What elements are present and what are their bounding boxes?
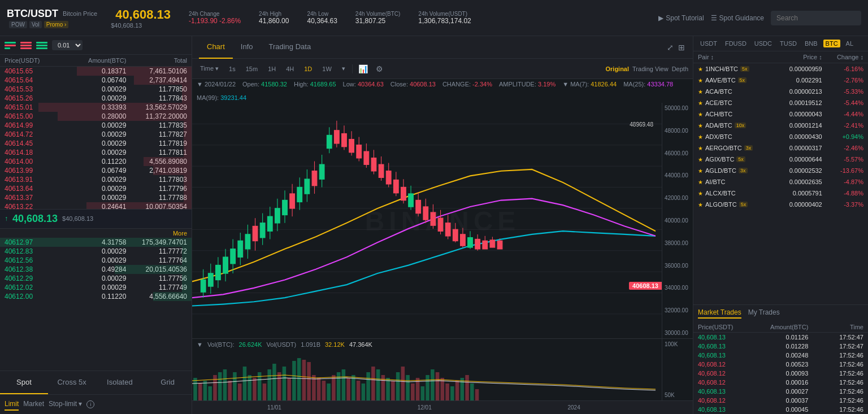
svg-rect-63: [393, 180, 398, 193]
time-btn-15m[interactable]: 15m: [242, 64, 261, 73]
table-row[interactable]: 40612.000.112204,556.66640: [0, 292, 192, 301]
time-btn-1w[interactable]: 1W: [319, 64, 335, 73]
depth-selector[interactable]: 0.01 0.1 1: [52, 40, 83, 50]
chart-info-bar: ▼ 2024/01/22 Open: 41580.32 High: 41689.…: [192, 79, 693, 103]
chart-settings-icon[interactable]: ⚙: [374, 63, 385, 75]
filter-btc[interactable]: BTC: [823, 40, 840, 47]
ob-view-sell-icon[interactable]: [20, 40, 32, 51]
tab-trading-data[interactable]: Trading Data: [261, 36, 319, 59]
table-row[interactable]: 40614.450.0002911.77819: [0, 139, 192, 148]
svg-rect-134: [401, 367, 405, 400]
pair-row-adx[interactable]: ★ADX/BTC 0.00000430 +0.94%: [693, 131, 868, 142]
tab-limit[interactable]: Limit: [5, 398, 19, 411]
tab-isolated[interactable]: Isolated: [96, 371, 144, 394]
cib-change: CHANGE: -2.34%: [442, 81, 492, 88]
table-row[interactable]: 40612.974.31758175,349.74701: [0, 238, 192, 247]
table-row[interactable]: 40612.380.4928420,015.40536: [0, 265, 192, 274]
tab-spot[interactable]: Spot: [0, 371, 48, 394]
stat-high-label: 24h High: [259, 11, 289, 17]
vol-level-50k: 50K: [665, 392, 691, 398]
svg-rect-126: [362, 384, 366, 400]
table-row[interactable]: 40612.020.0002911.77749: [0, 283, 192, 292]
svg-rect-31: [275, 208, 280, 223]
table-row[interactable]: 40613.220.2464110,007.50354: [0, 202, 192, 209]
time-btn-1s[interactable]: 1s: [225, 64, 239, 73]
filter-usdc[interactable]: USDC: [752, 40, 774, 47]
time-btn-more[interactable]: ▾: [338, 64, 349, 73]
trades-header: Price(USDT) Amount(BTC) Time: [693, 322, 868, 333]
trades-col-time: Time: [808, 324, 863, 330]
pair-row-agix[interactable]: ★AGIX/BTC5x 0.00000644 -5.57%: [693, 154, 868, 165]
svg-rect-122: [342, 369, 346, 400]
pair-row-algo[interactable]: ★ALGO/BTC5x 0.00000402 -3.37%: [693, 199, 868, 210]
tab-info[interactable]: Info: [233, 36, 261, 59]
filter-bnb[interactable]: BNB: [802, 40, 820, 47]
pair-row-ach[interactable]: ★ACH/BTC 0.00000043 -4.44%: [693, 108, 868, 120]
tab-my-trades[interactable]: My Trades: [748, 308, 780, 319]
table-row[interactable]: 40615.650.183717,461.50106: [0, 67, 192, 76]
time-btn-4h[interactable]: 4H: [283, 64, 297, 73]
table-row[interactable]: 40613.370.0002911.77788: [0, 193, 192, 202]
pair-row-1inch[interactable]: ★1INCH/BTC5x 0.00000959 -6.16%: [693, 63, 868, 75]
filter-tusd[interactable]: TUSD: [778, 40, 799, 47]
pair-row-agld[interactable]: ★AGLD/BTC3x 0.00002532 -13.67%: [693, 165, 868, 176]
ob-view-buy-icon[interactable]: [36, 40, 47, 51]
table-row[interactable]: 40614.000.112204,556.89080: [0, 157, 192, 166]
order-info-icon[interactable]: i: [86, 400, 94, 408]
depth-btn[interactable]: Depth: [672, 66, 688, 72]
filter-al[interactable]: AL: [844, 40, 856, 47]
table-row[interactable]: 40615.530.0002911.77850: [0, 85, 192, 94]
ob-view-all-icon[interactable]: [5, 40, 16, 51]
trading-view-btn[interactable]: Trading View: [632, 66, 669, 72]
chart-type-icon[interactable]: 📊: [356, 63, 370, 75]
expand-icon[interactable]: ⤢: [666, 43, 675, 52]
tab-market[interactable]: Market: [23, 398, 44, 411]
pair-row-ai[interactable]: ★AI/BTC 0.00002635 -4.87%: [693, 176, 868, 188]
table-row[interactable]: 40613.640.0002911.77796: [0, 184, 192, 193]
spot-tutorial-btn[interactable]: ▶ Spot Tutorial: [658, 14, 704, 22]
search-input[interactable]: [771, 11, 861, 25]
original-btn[interactable]: Original: [605, 66, 629, 72]
vol-collapse-btn[interactable]: ▼: [197, 341, 203, 348]
table-row[interactable]: 40612.560.0002911.77764: [0, 256, 192, 265]
pair-row-aergo[interactable]: ★AERGO/BTC3x 0.00000317 -2.46%: [693, 142, 868, 154]
table-row[interactable]: 40615.640.067402,737.49414: [0, 76, 192, 85]
tab-stop-limit[interactable]: Stop-limit ▾: [49, 398, 82, 411]
pair-row-aave[interactable]: ★AAVE/BTC5x 0.002291 -2.76%: [693, 75, 868, 86]
pair-row-ada[interactable]: ★ADA/BTC10x 0.00001214 -2.41%: [693, 120, 868, 131]
table-row[interactable]: 40615.260.0002911.77843: [0, 94, 192, 103]
table-row[interactable]: 40612.290.0002911.77756: [0, 274, 192, 283]
pair-row-alcx[interactable]: ★ALCX/BTC 0.0005791 -4.88%: [693, 188, 868, 199]
table-row[interactable]: 40613.910.0002911.77803: [0, 175, 192, 184]
vol-v2: 47.364K: [349, 341, 372, 348]
table-row[interactable]: 40615.000.2800011,372.20000: [0, 112, 192, 121]
filter-usdt[interactable]: USDT: [698, 40, 719, 47]
table-row[interactable]: 40614.720.0002911.77827: [0, 130, 192, 139]
stat-vol-btc-value: 31,807.25: [355, 17, 400, 25]
time-btn-1d[interactable]: 1D: [301, 64, 315, 73]
table-row[interactable]: 40614.990.0002911.77835: [0, 121, 192, 130]
table-row[interactable]: 40615.010.3339313,562.57029: [0, 103, 192, 112]
table-row[interactable]: 40612.830.0002911.77772: [0, 247, 192, 256]
table-row[interactable]: 40614.180.0002911.77811: [0, 148, 192, 157]
svg-rect-81: [461, 234, 466, 246]
svg-rect-61: [386, 171, 391, 184]
more-button[interactable]: More: [0, 229, 192, 238]
time-btn-time[interactable]: Time ▾: [197, 64, 222, 73]
orderbook-buy-rows: More 40612.974.31758175,349.74701 40612.…: [0, 229, 192, 371]
grid-icon[interactable]: ⊞: [677, 43, 686, 52]
list-item: 40,608.130.0122817:52:47: [693, 342, 868, 351]
svg-rect-103: [248, 375, 251, 400]
tab-market-trades[interactable]: Market Trades: [698, 308, 741, 319]
tab-chart[interactable]: Chart: [199, 36, 233, 59]
ob-col-amount: Amount(BTC): [66, 57, 127, 64]
pair-row-aca[interactable]: ★ACA/BTC 0.00000213 -5.33%: [693, 86, 868, 97]
filter-fdusd[interactable]: FDUSD: [723, 40, 749, 47]
spot-guidance-btn[interactable]: ☰ Spot Guidance: [711, 14, 764, 22]
tab-grid[interactable]: Grid: [144, 371, 192, 394]
pair-row-ace[interactable]: ★ACE/BTC 0.00019512 -5.44%: [693, 97, 868, 108]
tab-cross[interactable]: Cross 5x: [48, 371, 96, 394]
table-row[interactable]: 40613.990.067492,741.03819: [0, 166, 192, 175]
trades-col-amount: Amount(BTC): [753, 324, 809, 330]
time-btn-1h[interactable]: 1H: [264, 64, 279, 73]
